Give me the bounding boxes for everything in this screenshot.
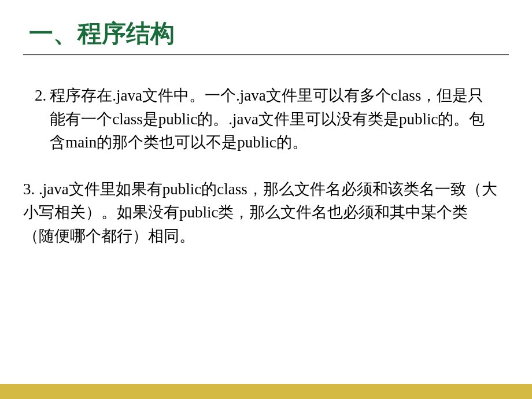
item-text: 程序存在.java文件中。一个.java文件里可以有多个class，但是只能有一…: [50, 84, 497, 154]
list-item-2: 2. 程序存在.java文件中。一个.java文件里可以有多个class，但是只…: [35, 84, 497, 154]
item-number: 2.: [35, 84, 50, 154]
slide-title: 一、程序结构: [23, 17, 509, 50]
bottom-accent-bar: [0, 384, 532, 399]
list-item-3: 3. .java文件里如果有public的class，那么文件名必须和该类名一致…: [23, 178, 497, 248]
slide-content: 2. 程序存在.java文件中。一个.java文件里可以有多个class，但是只…: [23, 55, 509, 247]
slide-container: 一、程序结构 2. 程序存在.java文件中。一个.java文件里可以有多个cl…: [0, 0, 532, 399]
